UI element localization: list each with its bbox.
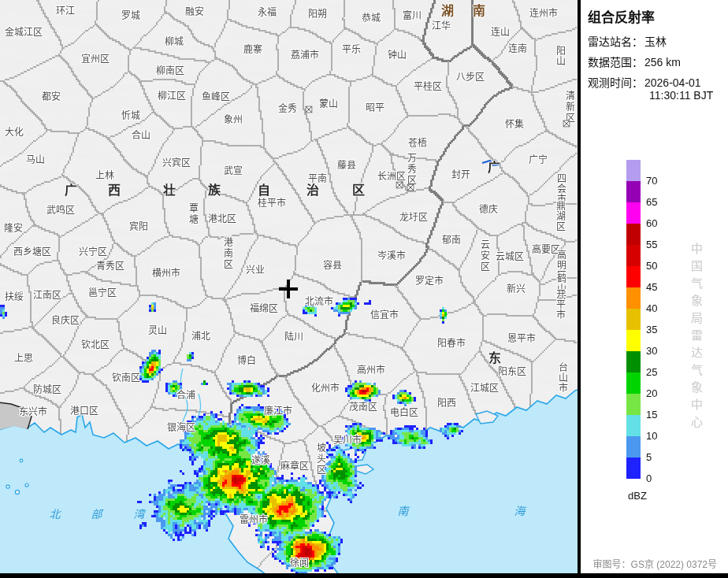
legend-tick: 25	[646, 366, 670, 378]
district-label: 苍梧	[408, 139, 427, 149]
district-label: 鼎湖区	[553, 202, 570, 232]
district-label: 阳朔	[308, 9, 327, 20]
time-label: 观测时间：	[588, 76, 643, 89]
legend-swatch	[626, 224, 641, 245]
province-label: 广	[488, 157, 500, 176]
district-label: 平乐	[342, 45, 361, 55]
district-label: 北流市	[305, 297, 333, 307]
district-label: 广宁	[529, 155, 548, 165]
district-label: 恭城	[362, 13, 381, 24]
district-label: 忻城	[121, 111, 140, 121]
district-label: 高州市	[357, 365, 385, 376]
district-label: 都安	[42, 92, 61, 102]
district-label: 麻章区	[280, 461, 309, 472]
district-label: 德庆	[479, 205, 498, 215]
legend-swatch	[626, 415, 641, 436]
district-label: 博白	[237, 356, 256, 366]
district-label: 钦南区	[112, 373, 140, 383]
district-label: 江华	[432, 21, 451, 31]
district-label: 怀集	[505, 120, 524, 130]
radar-site-marker	[279, 280, 298, 298]
legend-tick: 60	[646, 217, 670, 229]
district-label: 港南区	[222, 237, 232, 270]
district-label: 灵山	[148, 326, 167, 336]
district-label: 开平市	[553, 290, 570, 320]
district-label: 扶绥	[5, 292, 24, 302]
district-label: 封开	[451, 170, 470, 180]
district-label: 江城区	[470, 383, 499, 394]
legend-tick: 10	[646, 430, 670, 442]
district-label: 连州市	[529, 9, 558, 19]
district-label: 昭平	[366, 103, 384, 113]
legend-swatch	[626, 181, 641, 202]
district-label: 阳西	[437, 398, 456, 409]
district-label: 平桂区	[414, 82, 442, 92]
district-label: 钦北区	[81, 340, 110, 350]
district-label: 阳东区	[498, 367, 526, 377]
district-label: 台山市	[556, 363, 570, 394]
district-label: 合浦	[176, 391, 195, 401]
station-value: 玉林	[644, 35, 667, 48]
district-label: 新兴	[507, 284, 526, 295]
district-label: 象州	[224, 115, 243, 125]
station-row: 雷达站名：玉林	[588, 33, 667, 49]
district-label: 柳南区	[156, 66, 184, 76]
province-label: 南	[473, 0, 485, 19]
district-label: 横州市	[152, 269, 180, 279]
district-label: 廉江市	[264, 406, 292, 417]
district-label: 陆川	[284, 332, 303, 343]
province-label: 广	[65, 180, 77, 198]
sea-label: 南	[398, 502, 410, 518]
legend-tick: 50	[646, 260, 670, 272]
legend-tick: 35	[646, 324, 670, 335]
legend-swatch	[626, 394, 641, 415]
district-label: 环江	[56, 6, 75, 17]
legend-tick: 5	[646, 451, 670, 463]
time-row: 观测时间：2026-04-01	[588, 74, 701, 90]
legend-swatch	[626, 160, 641, 181]
range-value: 256 km	[644, 56, 681, 69]
district-label: 恩平市	[507, 334, 536, 344]
province-label: 自	[258, 180, 270, 198]
watermark-text: 中国气象局雷达气象中心	[688, 243, 704, 433]
province-label: 西	[108, 180, 121, 198]
district-label: 鱼峰区	[202, 92, 230, 102]
district-label: 武宣	[224, 166, 243, 176]
district-label: 蒙山	[319, 99, 338, 109]
district-label: 徐闻	[290, 558, 309, 569]
legend-tick: 20	[646, 387, 670, 399]
district-label: 阳春市	[437, 339, 466, 349]
district-label: 遂溪	[251, 456, 270, 466]
legend-tick: 45	[646, 281, 670, 293]
district-label: 龙圩区	[399, 213, 428, 223]
district-label: 钟山	[388, 50, 407, 61]
district-label: 浦北	[191, 332, 210, 342]
district-label: 金秀	[278, 104, 297, 114]
district-label: 容县	[323, 261, 342, 271]
district-label: 港北区	[208, 214, 236, 224]
province-label: 区	[352, 180, 365, 198]
district-label: 鹿寨	[243, 45, 262, 55]
district-label: 福绵区	[250, 304, 278, 314]
district-label: 防城区	[33, 385, 61, 395]
legend-tick: 15	[646, 409, 670, 421]
legend-swatch	[626, 202, 641, 224]
district-label: 融安	[185, 7, 204, 17]
district-label: 银海区	[167, 423, 195, 433]
district-label: 化州市	[311, 383, 340, 394]
district-label: 岑溪市	[377, 251, 406, 261]
district-label: 覃塘	[188, 203, 198, 225]
district-label: 宜州区	[81, 54, 110, 65]
district-label: 柳城	[165, 37, 184, 47]
district-label: 青秀区	[96, 261, 124, 272]
district-label: 兴宁区	[79, 247, 107, 258]
city-symbol	[407, 180, 414, 187]
sea-label: 湾	[134, 506, 146, 521]
sea-label: 海	[514, 502, 526, 518]
legend-tick: 70	[646, 175, 670, 187]
district-label: 郁南	[442, 235, 461, 246]
district-label: 连南	[508, 44, 527, 54]
sea-label: 北	[50, 506, 61, 521]
legend-swatch	[626, 266, 641, 287]
city-symbol	[306, 102, 313, 109]
